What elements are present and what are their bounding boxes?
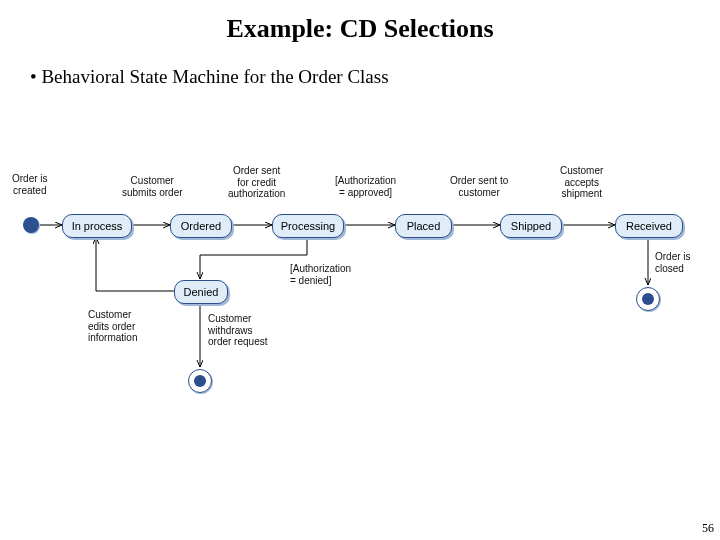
page-number: 56: [702, 521, 714, 536]
state-placed: Placed: [395, 214, 452, 238]
bullet-text: Behavioral State Machine for the Order C…: [30, 66, 720, 88]
label-sent-credit: Order sent for credit authorization: [228, 165, 285, 200]
label-customer-edits: Customer edits order information: [88, 309, 137, 344]
state-processing: Processing: [272, 214, 344, 238]
state-diagram: Order is created Customer submits order …: [0, 155, 720, 415]
state-in-process: In process: [62, 214, 132, 238]
final-state-withdrawn: [188, 369, 212, 393]
state-shipped: Shipped: [500, 214, 562, 238]
label-customer-withdraws: Customer withdraws order request: [208, 313, 267, 348]
label-order-closed: Order is closed: [655, 251, 691, 274]
state-denied: Denied: [174, 280, 228, 304]
label-order-created: Order is created: [12, 173, 48, 196]
label-auth-denied: [Authorization = denied]: [290, 263, 351, 286]
state-received: Received: [615, 214, 683, 238]
label-auth-approved: [Authorization = approved]: [335, 175, 396, 198]
initial-state: [23, 217, 39, 233]
final-state-closed: [636, 287, 660, 311]
label-customer-accepts: Customer accepts shipment: [560, 165, 603, 200]
page-title: Example: CD Selections: [0, 14, 720, 44]
state-ordered: Ordered: [170, 214, 232, 238]
label-sent-customer: Order sent to customer: [450, 175, 508, 198]
label-customer-submits: Customer submits order: [122, 175, 183, 198]
